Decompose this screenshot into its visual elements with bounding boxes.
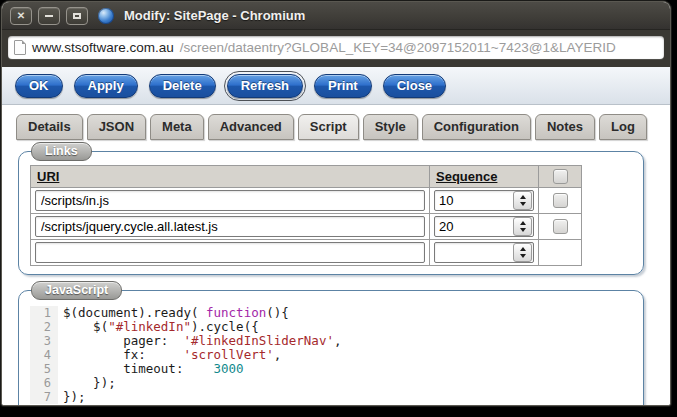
- maximize-icon: [73, 13, 81, 19]
- code-text: });: [58, 390, 86, 404]
- minimize-icon: [45, 15, 53, 17]
- tab-bar: DetailsJSONMetaAdvancedScriptStyleConfig…: [16, 114, 670, 140]
- titlebar: ✕ Modify: SitePage - Chromium: [2, 2, 670, 30]
- apply-button[interactable]: Apply: [74, 74, 138, 98]
- links-fieldset: Links URI Sequence: [18, 151, 644, 275]
- code-editor[interactable]: 1$(document).ready( function(){2 $("#lin…: [30, 304, 632, 406]
- browser-window: ✕ Modify: SitePage - Chromium www.stsoft…: [1, 1, 671, 406]
- tab-script[interactable]: Script: [298, 114, 359, 140]
- code-line: 4 fx: 'scrollVert',: [30, 348, 632, 362]
- links-row: [31, 214, 582, 240]
- uri-input[interactable]: [35, 216, 425, 237]
- spin-down-icon[interactable]: [520, 254, 526, 258]
- spin-up-icon[interactable]: [520, 221, 526, 225]
- sequence-spinner: [434, 216, 534, 237]
- chromium-icon: [98, 8, 114, 24]
- links-legend: Links: [31, 142, 92, 161]
- refresh-button[interactable]: Refresh: [227, 74, 303, 98]
- code-text: fx: 'scrollVert',: [58, 348, 281, 362]
- links-header-row: URI Sequence: [31, 166, 582, 188]
- tab-notes[interactable]: Notes: [535, 114, 595, 140]
- spin-buttons[interactable]: [513, 191, 532, 210]
- code-line: 5 timeout: 3000: [30, 362, 632, 376]
- url-path: /screen/dataentry?GLOBAL_KEY=34@20971520…: [180, 40, 616, 55]
- desktop: { "window": { "title": "Modify: SitePage…: [0, 0, 677, 417]
- links-row: [31, 240, 582, 266]
- spin-up-icon[interactable]: [520, 195, 526, 199]
- javascript-legend: JavaScript: [31, 281, 122, 300]
- tab-style[interactable]: Style: [363, 114, 418, 140]
- page-icon: [14, 40, 26, 55]
- line-number: 1: [30, 306, 58, 320]
- row-checkbox[interactable]: [553, 219, 568, 234]
- close-button[interactable]: Close: [383, 74, 446, 98]
- code-line: 6 });: [30, 376, 632, 390]
- code-text: });: [58, 376, 116, 390]
- sequence-input[interactable]: [435, 193, 512, 208]
- line-number: 5: [30, 362, 58, 376]
- code-line: 3 pager: '#linkedInSliderNav',: [30, 334, 632, 348]
- action-toolbar: OKApplyDeleteRefreshPrintClose: [2, 67, 670, 105]
- tab-log[interactable]: Log: [599, 114, 647, 140]
- close-window-button[interactable]: ✕: [10, 7, 32, 25]
- tab-advanced[interactable]: Advanced: [208, 114, 294, 140]
- sequence-spinner: [434, 242, 534, 263]
- tab-configuration[interactable]: Configuration: [422, 114, 531, 140]
- spin-buttons[interactable]: [513, 243, 532, 262]
- line-number: 2: [30, 320, 58, 334]
- column-header-sequence[interactable]: Sequence: [430, 166, 539, 188]
- uri-input[interactable]: [35, 242, 425, 263]
- column-header-select: [539, 166, 582, 188]
- url-input[interactable]: www.stsoftware.com.au/screen/dataentry?G…: [8, 36, 664, 59]
- minimize-window-button[interactable]: [38, 7, 60, 25]
- print-button[interactable]: Print: [314, 74, 372, 98]
- line-number: 4: [30, 348, 58, 362]
- links-row: [31, 188, 582, 214]
- column-header-uri[interactable]: URI: [31, 166, 430, 188]
- tab-details[interactable]: Details: [16, 114, 83, 140]
- maximize-window-button[interactable]: [66, 7, 88, 25]
- links-table: URI Sequence: [30, 165, 582, 266]
- window-title: Modify: SitePage - Chromium: [124, 8, 305, 23]
- tab-meta[interactable]: Meta: [150, 114, 204, 140]
- code-text: pager: '#linkedInSliderNav',: [58, 334, 341, 348]
- code-line: 1$(document).ready( function(){: [30, 306, 632, 320]
- code-text: timeout: 3000: [58, 362, 244, 376]
- uri-input[interactable]: [35, 190, 425, 211]
- code-text: $(document).ready( function(){: [58, 306, 289, 320]
- url-bar-row: www.stsoftware.com.au/screen/dataentry?G…: [2, 30, 670, 67]
- row-checkbox[interactable]: [553, 193, 568, 208]
- tab-json[interactable]: JSON: [87, 114, 146, 140]
- line-number: 6: [30, 376, 58, 390]
- sequence-input[interactable]: [435, 245, 512, 260]
- javascript-fieldset: JavaScript 1$(document).ready( function(…: [18, 290, 644, 406]
- ok-button[interactable]: OK: [15, 74, 63, 98]
- code-text: $("#linkedIn").cycle({: [58, 320, 259, 334]
- page-content: DetailsJSONMetaAdvancedScriptStyleConfig…: [2, 105, 670, 406]
- spin-buttons[interactable]: [513, 217, 532, 236]
- sequence-input[interactable]: [435, 219, 512, 234]
- spin-down-icon[interactable]: [520, 228, 526, 232]
- sequence-spinner: [434, 190, 534, 211]
- spin-down-icon[interactable]: [520, 202, 526, 206]
- url-host: www.stsoftware.com.au: [32, 40, 174, 55]
- spin-up-icon[interactable]: [520, 247, 526, 251]
- delete-button[interactable]: Delete: [149, 74, 216, 98]
- select-all-checkbox[interactable]: [553, 169, 568, 184]
- line-number: 3: [30, 334, 58, 348]
- code-line: 7});: [30, 390, 632, 404]
- code-line: 2 $("#linkedIn").cycle({: [30, 320, 632, 334]
- line-number: 7: [30, 390, 58, 404]
